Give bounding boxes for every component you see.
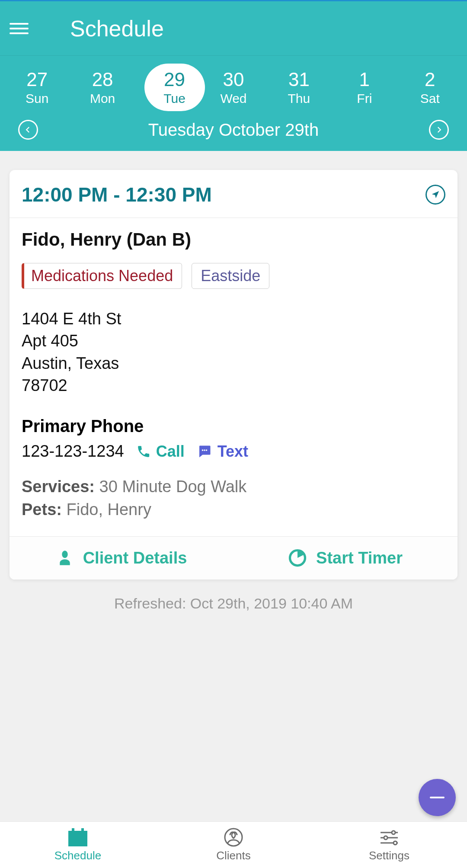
chat-icon bbox=[197, 444, 212, 459]
day-thu[interactable]: 31 Thu bbox=[275, 69, 323, 106]
day-of-week: Tue bbox=[163, 91, 186, 106]
day-tue-selected[interactable]: 29 Tue bbox=[144, 64, 192, 111]
chevron-left-icon bbox=[24, 126, 32, 134]
day-wed[interactable]: 30 Wed bbox=[210, 69, 257, 106]
day-number: 29 bbox=[164, 69, 185, 90]
svg-point-2 bbox=[205, 449, 207, 451]
address-block: 1404 E 4th St Apt 405 Austin, Texas 7870… bbox=[22, 308, 445, 397]
nav-schedule-label: Schedule bbox=[54, 849, 101, 862]
client-details-label: Client Details bbox=[83, 549, 187, 567]
text-label: Text bbox=[218, 442, 248, 461]
address-line2: Apt 405 bbox=[22, 330, 445, 352]
calendar-icon bbox=[65, 827, 91, 847]
call-label: Call bbox=[156, 442, 185, 461]
people-icon bbox=[221, 827, 246, 847]
svg-rect-4 bbox=[68, 831, 87, 846]
call-button[interactable]: Call bbox=[136, 442, 185, 461]
week-strip: 27 Sun 28 Mon 29 Tue 30 Wed 31 Thu 1 Fri… bbox=[0, 56, 467, 151]
day-number: 27 bbox=[13, 69, 61, 90]
tag-area: Eastside bbox=[192, 263, 269, 289]
person-icon bbox=[56, 549, 74, 567]
day-number: 30 bbox=[210, 69, 257, 90]
phone-label: Primary Phone bbox=[22, 416, 445, 436]
appointment-card-header: 12:00 PM - 12:30 PM bbox=[10, 170, 457, 218]
day-row: 27 Sun 28 Mon 29 Tue 30 Wed 31 Thu 1 Fri… bbox=[0, 64, 467, 111]
day-of-week: Sun bbox=[13, 91, 61, 106]
nav-clients-label: Clients bbox=[216, 849, 250, 862]
text-button[interactable]: Text bbox=[197, 442, 248, 461]
day-of-week: Fri bbox=[341, 91, 388, 106]
svg-point-1 bbox=[204, 449, 205, 451]
appointment-time: 12:00 PM - 12:30 PM bbox=[22, 183, 212, 206]
content-area: 12:00 PM - 12:30 PM Fido, Henry (Dan B) … bbox=[0, 151, 467, 612]
prev-week-button[interactable] bbox=[18, 120, 38, 140]
phone-row: 123-123-1234 Call Text bbox=[22, 442, 445, 461]
appointment-card-footer: Client Details Start Timer bbox=[10, 536, 457, 580]
day-of-week: Mon bbox=[79, 91, 126, 106]
timer-icon bbox=[288, 549, 307, 567]
app-header: Schedule bbox=[0, 1, 467, 56]
pets-label: Pets: bbox=[22, 500, 62, 519]
address-city-state: Austin, Texas bbox=[22, 352, 445, 375]
services-value: 30 Minute Dog Walk bbox=[99, 477, 247, 496]
day-sat[interactable]: 2 Sat bbox=[406, 69, 454, 106]
svg-point-0 bbox=[202, 449, 203, 451]
client-name: Fido, Henry (Dan B) bbox=[22, 229, 445, 250]
pets-value: Fido, Henry bbox=[66, 500, 151, 519]
day-mon[interactable]: 28 Mon bbox=[79, 69, 126, 106]
start-timer-button[interactable]: Start Timer bbox=[234, 537, 457, 580]
bottom-nav: Schedule Clients Settings bbox=[0, 821, 467, 868]
day-number: 2 bbox=[406, 69, 454, 90]
day-of-week: Wed bbox=[210, 91, 257, 106]
sliders-icon bbox=[376, 827, 402, 847]
svg-point-13 bbox=[393, 841, 397, 845]
appointment-card-body: Fido, Henry (Dan B) Medications Needed E… bbox=[10, 218, 457, 536]
svg-point-9 bbox=[392, 831, 395, 834]
full-date-label: Tuesday October 29th bbox=[148, 120, 319, 140]
phone-number: 123-123-1234 bbox=[22, 442, 124, 461]
appointment-card: 12:00 PM - 12:30 PM Fido, Henry (Dan B) … bbox=[10, 170, 457, 580]
page-title: Schedule bbox=[70, 16, 164, 42]
address-line1: 1404 E 4th St bbox=[22, 308, 445, 330]
navigate-icon bbox=[431, 190, 440, 199]
fab-minimize-button[interactable] bbox=[419, 779, 456, 816]
svg-point-11 bbox=[384, 836, 387, 839]
chevron-right-icon bbox=[435, 126, 443, 134]
phone-icon bbox=[136, 444, 151, 459]
nav-clients[interactable]: Clients bbox=[156, 822, 311, 868]
nav-settings[interactable]: Settings bbox=[311, 822, 467, 868]
start-timer-label: Start Timer bbox=[316, 549, 403, 567]
tag-medications: Medications Needed bbox=[22, 263, 182, 289]
minus-icon bbox=[430, 797, 445, 798]
nav-settings-label: Settings bbox=[369, 849, 409, 862]
navigate-button[interactable] bbox=[425, 185, 445, 205]
day-of-week: Sat bbox=[406, 91, 454, 106]
next-week-button[interactable] bbox=[429, 120, 449, 140]
day-number: 1 bbox=[341, 69, 388, 90]
day-number: 31 bbox=[275, 69, 323, 90]
services-label: Services: bbox=[22, 477, 95, 496]
svg-rect-5 bbox=[72, 828, 74, 833]
day-sun[interactable]: 27 Sun bbox=[13, 69, 61, 106]
day-number: 28 bbox=[79, 69, 126, 90]
refreshed-label: Refreshed: Oct 29th, 2019 10:40 AM bbox=[10, 595, 457, 612]
day-of-week: Thu bbox=[275, 91, 323, 106]
menu-icon[interactable] bbox=[10, 19, 29, 38]
date-bar: Tuesday October 29th bbox=[0, 111, 467, 140]
day-fri[interactable]: 1 Fri bbox=[341, 69, 388, 106]
meta-block: Services: 30 Minute Dog Walk Pets: Fido,… bbox=[22, 475, 445, 521]
client-details-button[interactable]: Client Details bbox=[10, 537, 234, 580]
nav-schedule[interactable]: Schedule bbox=[0, 822, 156, 868]
address-zip: 78702 bbox=[22, 375, 445, 397]
svg-rect-6 bbox=[81, 828, 84, 833]
tag-row: Medications Needed Eastside bbox=[22, 263, 445, 289]
